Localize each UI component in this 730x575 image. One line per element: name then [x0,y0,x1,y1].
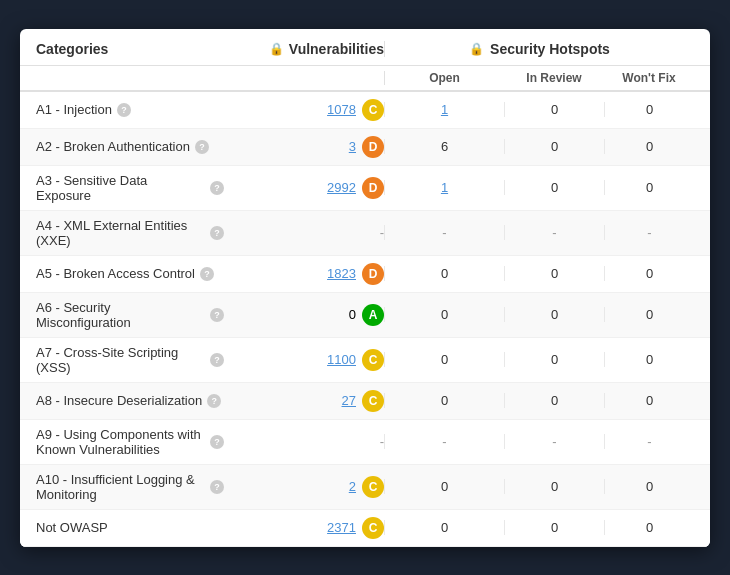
question-icon[interactable]: ? [195,140,209,154]
sub-wontfix-header: Won't Fix [604,71,694,85]
question-icon[interactable]: ? [210,181,224,195]
sub-vuln [224,71,384,85]
rating-badge-a6: A [362,304,384,326]
open-dash-a4: - [442,225,446,240]
question-icon[interactable]: ? [210,226,224,240]
open-dash-a9: - [442,434,446,449]
vuln-cell-a9: - [224,434,384,449]
vuln-count-a7[interactable]: 1100 [327,352,356,367]
category-cell-a5: A5 - Broken Access Control? [36,266,224,281]
question-icon[interactable]: ? [200,267,214,281]
vuln-cell-a7: 1100C [224,349,384,371]
vuln-cell-a8: 27C [224,390,384,412]
review-cell-a8: 0 [504,393,604,408]
question-icon[interactable]: ? [210,353,224,367]
vuln-count-a5[interactable]: 1823 [327,266,356,281]
vuln-count-a1[interactable]: 1078 [327,102,356,117]
review-cell-a10: 0 [504,479,604,494]
category-cell-a2: A2 - Broken Authentication? [36,139,224,154]
open-link-a1[interactable]: 1 [441,102,448,117]
vuln-count-a3[interactable]: 2992 [327,180,356,195]
category-cell-not-owasp: Not OWASP [36,520,224,535]
categories-header: Categories [36,41,224,57]
open-cell-a8: 0 [384,393,504,408]
category-cell-a4: A4 - XML External Entities (XXE)? [36,218,224,248]
open-cell-a6: 0 [384,307,504,322]
wontfix-cell-a6: 0 [604,307,694,322]
open-cell-a3[interactable]: 1 [384,180,504,195]
table-row: A9 - Using Components with Known Vulnera… [20,420,710,465]
category-label-a4: A4 - XML External Entities (XXE) [36,218,205,248]
open-cell-a5: 0 [384,266,504,281]
review-cell-a1: 0 [504,102,604,117]
rating-badge-a2: D [362,136,384,158]
question-icon[interactable]: ? [210,308,224,322]
open-cell-a4: - [384,225,504,240]
table-row: A7 - Cross-Site Scripting (XSS)?1100C000 [20,338,710,383]
open-cell-a2: 6 [384,139,504,154]
vuln-cell-a1: 1078C [224,99,384,121]
vuln-count-a10[interactable]: 2 [349,479,356,494]
review-cell-a4: - [504,225,604,240]
table-row: A8 - Insecure Deserialization?27C000 [20,383,710,420]
review-cell-not-owasp: 0 [504,520,604,535]
review-cell-a6: 0 [504,307,604,322]
category-label-a3: A3 - Sensitive Data Exposure [36,173,205,203]
vuln-cell-a10: 2C [224,476,384,498]
review-cell-a3: 0 [504,180,604,195]
vuln-cell-a2: 3D [224,136,384,158]
rating-badge-a1: C [362,99,384,121]
vuln-cell-a3: 2992D [224,177,384,199]
sub-open-header: Open [384,71,504,85]
table-row: Not OWASP2371C000 [20,510,710,547]
vuln-count-not-owasp[interactable]: 2371 [327,520,356,535]
question-icon[interactable]: ? [117,103,131,117]
sub-inreview-header: In Review [504,71,604,85]
table-body: A1 - Injection?1078C100A2 - Broken Authe… [20,92,710,547]
sub-categories [36,71,224,85]
table-header: Categories 🔒 Vulnerabilities 🔒 Security … [20,29,710,66]
table-row: A4 - XML External Entities (XXE)?---- [20,211,710,256]
vuln-cell-not-owasp: 2371C [224,517,384,539]
category-label-a9: A9 - Using Components with Known Vulnera… [36,427,205,457]
category-label-a8: A8 - Insecure Deserialization [36,393,202,408]
wontfix-cell-a1: 0 [604,102,694,117]
vuln-cell-a6: 0A [224,304,384,326]
question-icon[interactable]: ? [210,480,224,494]
category-label-a7: A7 - Cross-Site Scripting (XSS) [36,345,205,375]
category-label-a2: A2 - Broken Authentication [36,139,190,154]
vuln-count-a6: 0 [349,307,356,322]
vuln-count-a2[interactable]: 3 [349,139,356,154]
wontfix-cell-a3: 0 [604,180,694,195]
wontfix-cell-a5: 0 [604,266,694,281]
rating-badge-a3: D [362,177,384,199]
table-row: A1 - Injection?1078C100 [20,92,710,129]
wontfix-cell-a8: 0 [604,393,694,408]
wontfix-cell-a4: - [604,225,694,240]
review-cell-a9: - [504,434,604,449]
open-link-a3[interactable]: 1 [441,180,448,195]
main-card: Categories 🔒 Vulnerabilities 🔒 Security … [20,29,710,547]
category-label-a10: A10 - Insufficient Logging & Monitoring [36,472,205,502]
category-label-a6: A6 - Security Misconfiguration [36,300,205,330]
question-icon[interactable]: ? [207,394,221,408]
table-row: A3 - Sensitive Data Exposure?2992D100 [20,166,710,211]
question-icon[interactable]: ? [210,435,224,449]
open-cell-not-owasp: 0 [384,520,504,535]
table-row: A2 - Broken Authentication?3D600 [20,129,710,166]
review-cell-a2: 0 [504,139,604,154]
open-cell-a1[interactable]: 1 [384,102,504,117]
category-cell-a7: A7 - Cross-Site Scripting (XSS)? [36,345,224,375]
table-row: A5 - Broken Access Control?1823D000 [20,256,710,293]
lock-icon-hotspots: 🔒 [469,42,484,56]
rating-badge-a8: C [362,390,384,412]
rating-badge-a5: D [362,263,384,285]
open-cell-a7: 0 [384,352,504,367]
wontfix-cell-a7: 0 [604,352,694,367]
rating-badge-not-owasp: C [362,517,384,539]
table-row: A6 - Security Misconfiguration?0A000 [20,293,710,338]
vuln-count-a8[interactable]: 27 [342,393,356,408]
category-cell-a1: A1 - Injection? [36,102,224,117]
lock-icon-vuln: 🔒 [269,42,284,56]
category-cell-a9: A9 - Using Components with Known Vulnera… [36,427,224,457]
